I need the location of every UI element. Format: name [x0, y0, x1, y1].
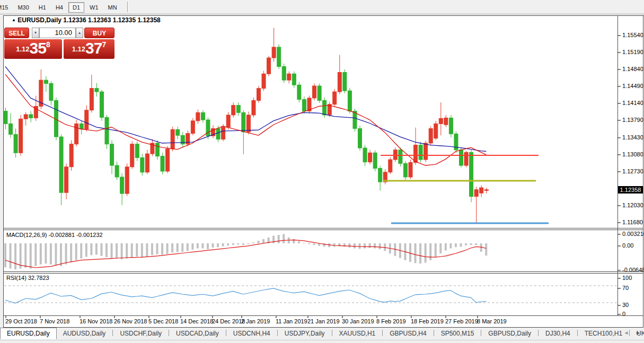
date-axis-label: 2 Jan 2019 — [241, 318, 270, 324]
date-axis-label: 27 Feb 2019 — [445, 318, 478, 324]
rsi-axis-label: 70 — [622, 285, 629, 291]
sell-price-point: 8 — [46, 40, 50, 49]
date-axis-label: 30 Jan 2019 — [342, 318, 374, 324]
tab-separator — [577, 330, 578, 336]
date-axis-label: 7 Nov 2018 — [40, 318, 69, 324]
sell-button[interactable]: SELL — [4, 28, 29, 38]
tab-separator — [169, 330, 169, 336]
tab-separator — [481, 330, 481, 336]
date-axis-label: 29 Oct 2018 — [5, 318, 37, 324]
buy-price-button[interactable]: 1.12377 — [64, 39, 114, 59]
buy-button[interactable]: BUY — [84, 28, 114, 38]
trade-buttons-row: SELL ▾ 10.00 ▴ BUY — [4, 28, 114, 39]
chart-tab-audusd-daily[interactable]: AUDUSD,Daily — [57, 328, 112, 339]
tab-separator — [434, 330, 434, 336]
sell-price-pips: 35 — [30, 39, 46, 57]
scroll-tabs-left-icon[interactable]: ◄ — [623, 330, 629, 336]
chart-tab-gbpusd-h4[interactable]: GBPUSD,H4 — [383, 328, 433, 339]
price-axis-label: 1.14490 — [622, 83, 643, 89]
volume-input[interactable]: 10.00 — [39, 28, 76, 38]
chart-tab-bar: EURUSD,DailyAUDUSD,DailyUSDCHF,DailyUSDC… — [0, 328, 644, 340]
price-axis-label: 1.13430 — [622, 134, 643, 140]
price-axis-label: 1.12030 — [622, 202, 643, 208]
date-axis-label: 24 Dec 2018 — [212, 318, 245, 324]
scroll-tabs-right-icon[interactable]: ► — [636, 330, 641, 336]
current-price-tag: 1.12358 — [618, 186, 643, 194]
collapse-triangle-icon[interactable]: ▲ — [12, 17, 16, 22]
volume-increase-button[interactable]: ▴ — [76, 28, 83, 38]
price-axis-label: 1.14140 — [622, 100, 643, 106]
date-axis-label: 8 Mar 2019 — [477, 318, 507, 324]
rsi-axis-label: 30 — [622, 302, 629, 308]
tab-separator — [382, 330, 383, 336]
rsi-axis-label: 0 — [622, 311, 625, 317]
price-axis-label: 1.12730 — [622, 168, 643, 174]
chart-tab-eurusd-daily[interactable]: EURUSD,Daily — [0, 328, 57, 339]
mt4-trading-app: M15M30H1H4D1W1MN ▲ EURUSD,Daily 1.12336 … — [0, 0, 644, 343]
chart-tab-usdcnh-h4[interactable]: USDCNH,H4 — [227, 328, 277, 339]
chart-tab-dj30-h4[interactable]: DJ30,H4 — [539, 328, 577, 339]
tab-separator — [112, 330, 113, 336]
chart-symbol-header: ▲ EURUSD,Daily 1.12336 1.12363 1.12335 1… — [12, 16, 161, 24]
chart-tab-xauusd-h1[interactable]: XAUUSD,H1 — [333, 328, 382, 339]
price-axis-label: 1.11680 — [622, 219, 643, 225]
tab-separator — [277, 330, 278, 336]
buy-price-pips: 37 — [85, 39, 102, 57]
chart-tab-sp500-m15[interactable]: SP500,M15 — [435, 328, 481, 339]
price-axis-label: 1.15540 — [622, 32, 643, 38]
price-axis-label: 1.13080 — [622, 151, 643, 157]
macd-indicator-label: MACD(12,26,9) -0.002881 -0.001232 — [6, 232, 103, 238]
date-axis-label: 21 Jan 2019 — [307, 318, 340, 324]
symbol-ohlc-text: EURUSD,Daily 1.12336 1.12363 1.12335 1.1… — [17, 16, 161, 24]
price-axis-label: 1.15190 — [622, 49, 643, 55]
chart-tab-usdchf-daily[interactable]: USDCHF,Daily — [113, 328, 168, 339]
date-axis-label: 16 Nov 2018 — [80, 318, 112, 324]
price-axis-label: 1.14840 — [622, 66, 643, 72]
tab-separator — [332, 330, 332, 336]
price-axis-label: 1.13790 — [622, 117, 643, 123]
chart-tab-usdcad-daily[interactable]: USDCAD,Daily — [170, 328, 225, 339]
rsi-axis-label: 100 — [622, 275, 632, 281]
rsi-indicator-label: RSI(14) 32.7823 — [6, 275, 49, 281]
sell-price-figure: 1.12 — [16, 45, 29, 53]
volume-decrease-button[interactable]: ▾ — [32, 28, 39, 38]
buy-price-figure: 1.12 — [72, 45, 85, 53]
macd-axis-label: -0.006485 — [622, 267, 644, 273]
macd-axis-label: 0.003216 — [622, 231, 644, 237]
tab-separator — [226, 330, 226, 336]
macd-axis-label: 0.00 — [622, 242, 633, 249]
buy-price-point: 7 — [102, 40, 106, 49]
chevron-up-icon: ▴ — [78, 30, 81, 35]
one-click-trade-panel: SELL ▾ 10.00 ▴ BUY 1.12358 1.12377 — [4, 28, 114, 39]
chart-tab-gbpusd-daily[interactable]: GBPUSD,Daily — [482, 328, 537, 339]
tab-separator — [538, 330, 539, 336]
chart-tab-usdjpy-daily[interactable]: USDJPY,Daily — [278, 328, 331, 339]
date-axis-label: 14 Dec 2018 — [180, 318, 213, 324]
tab-scroll-controls: ◄ ► — [618, 330, 641, 336]
date-axis-label: 11 Jan 2019 — [276, 318, 307, 324]
date-axis-label: 26 Nov 2018 — [114, 318, 147, 324]
date-axis-label: 5 Dec 2018 — [148, 318, 178, 324]
date-axis-label: 8 Feb 2019 — [376, 318, 406, 324]
sell-price-button[interactable]: 1.12358 — [4, 39, 62, 59]
date-axis-label: 18 Feb 2019 — [411, 318, 444, 324]
chevron-down-icon: ▾ — [34, 30, 37, 35]
